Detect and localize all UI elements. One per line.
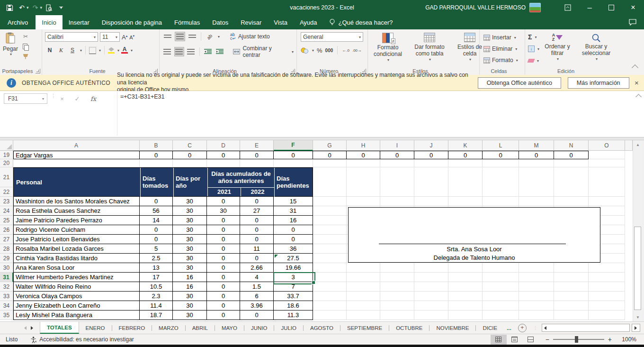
cell-E33[interactable]: 6 [240,292,274,301]
confirm-entry-icon[interactable]: ✓ [71,93,83,104]
cell-N23[interactable] [554,197,589,206]
cell-O31[interactable] [589,273,625,282]
tab-insertar[interactable]: Insertar [63,15,96,29]
vertical-scrollbar[interactable]: ▲ ▼ [633,140,642,321]
minimize-icon[interactable]: ─ [579,0,600,15]
cell-F25[interactable]: 16 [274,216,313,225]
cell-O32[interactable] [589,282,625,292]
zoom-handle[interactable] [575,336,578,343]
cell-J31[interactable] [414,273,448,282]
sheet-tab-enero[interactable]: ENERO [79,322,112,334]
borders-dropdown-icon[interactable]: ▾ [99,48,101,53]
cell-C28[interactable]: 30 [173,244,207,254]
cell-A19[interactable]: Edgar Vargas [13,151,140,159]
cell-C30[interactable]: 30 [173,263,207,273]
cell-B29[interactable]: 2.5 [140,254,173,263]
underline-dropdown-icon[interactable]: ▾ [80,48,82,53]
cell-E35[interactable]: 0 [240,310,274,320]
close-icon[interactable]: × [622,0,644,15]
column-header-B[interactable]: B [140,140,173,151]
view-page-layout-icon[interactable] [507,335,523,345]
cell-B34[interactable]: 11.4 [140,301,173,310]
cell-K31[interactable] [448,273,483,282]
print-preview-icon[interactable] [43,2,54,13]
orientation-icon[interactable]: ab [205,32,215,41]
cell-E27[interactable]: 0 [240,235,274,244]
cell-A26[interactable]: Rodrigo Vicente Cuicham [13,225,140,235]
cell-A29[interactable]: Cinthia Yadira Bastidas litardo [13,254,140,263]
cell-C31[interactable]: 16 [173,273,207,282]
column-header-C[interactable]: C [173,140,207,151]
cell-H33[interactable] [347,292,380,301]
cell-B28[interactable]: 5 [140,244,173,254]
cell-G30[interactable] [313,263,347,273]
cell-E20[interactable] [240,159,274,167]
align-middle-icon[interactable] [175,32,185,41]
zoom-level[interactable]: 100% [618,336,636,343]
row-header-20[interactable]: 20 [0,159,13,167]
cell-C35[interactable]: 30 [173,310,207,320]
cell-E24[interactable]: 27 [240,206,274,216]
cell-D29[interactable]: 0 [207,254,240,263]
row-header-19[interactable]: 19 [0,151,13,159]
cell-C27[interactable]: 30 [173,235,207,244]
column-header-K[interactable]: K [448,140,483,151]
cell-A20[interactable] [13,159,140,167]
cell-K30[interactable] [448,263,483,273]
cell-L21[interactable] [483,167,519,197]
cell-G23[interactable] [313,197,347,206]
align-right-icon[interactable] [186,47,196,56]
cell-E23[interactable]: 0 [240,197,274,206]
cell-A28[interactable]: Rosalba Maribel Lozada Garces [13,244,140,254]
number-format-select[interactable]: General▾ [301,32,363,42]
row-header-30[interactable]: 30 [0,263,13,273]
cell-O21[interactable] [589,167,625,197]
cell-K32[interactable] [448,282,483,292]
cell-M23[interactable] [519,197,554,206]
cell-A31[interactable]: Wilmer Humberto Paredes Martinez [13,273,140,282]
column-header-O[interactable]: O [589,140,625,151]
sheet-tab-abril[interactable]: ABRIL [186,322,215,334]
header-dias-por-ano[interactable]: Días por año [173,168,207,197]
find-select-button[interactable]: Buscar y seleccionar ▾ [575,32,617,65]
cell-F19[interactable]: 0 [274,151,313,159]
insert-function-icon[interactable]: fx [87,93,99,104]
cell-M19[interactable]: 0 [519,151,554,159]
column-header-F[interactable]: F [274,140,313,151]
cell-B35[interactable]: 18.7 [140,310,173,320]
cell-F30[interactable]: 19.66 [274,263,313,273]
sheet-tab-mayo[interactable]: MAYO [215,322,244,334]
cell-D25[interactable]: 0 [207,216,240,225]
cell-B23[interactable]: 0 [140,197,173,206]
scroll-down-icon[interactable]: ▼ [633,313,643,321]
save-icon[interactable] [4,2,15,13]
autosum-button[interactable]: Σ▾ [528,32,539,42]
sheet-tab-agosto[interactable]: AGOSTO [304,322,340,334]
underline-icon[interactable]: S [68,46,77,55]
cell-G33[interactable] [313,292,347,301]
cell-D27[interactable]: 0 [207,235,240,244]
cell-I20[interactable] [380,159,414,167]
cell-E25[interactable]: 0 [240,216,274,225]
fill-handle[interactable] [312,281,315,284]
cell-J35[interactable] [414,310,448,320]
zoom-track[interactable] [553,339,604,340]
sheet-tab-marzo[interactable]: MARZO [152,322,185,334]
cell-A24[interactable]: Rosa Esthela Cuases Sanchez [13,206,140,216]
accessibility-status[interactable]: Accesibilidad: es necesario investigar [30,336,134,343]
cell-E31[interactable]: 4 [240,273,274,282]
cell-I21[interactable] [380,167,414,197]
cell-H35[interactable] [347,310,380,320]
cell-L30[interactable] [483,263,519,273]
cell-M34[interactable] [519,301,554,310]
name-box-dropdown-icon[interactable]: ▾ [42,97,47,101]
cell-D31[interactable]: 0 [207,273,240,282]
sheet-nav-right-icon[interactable] [28,322,35,334]
header-2021[interactable]: 2021 [207,187,241,196]
cell-N30[interactable] [554,263,589,273]
qat-customize-icon[interactable]: ▾ [55,2,67,13]
cell-B19[interactable]: 0 [140,151,173,159]
fill-color-icon[interactable] [108,47,115,54]
cell-E29[interactable]: 0 [240,254,274,263]
account-avatar[interactable] [529,3,541,12]
